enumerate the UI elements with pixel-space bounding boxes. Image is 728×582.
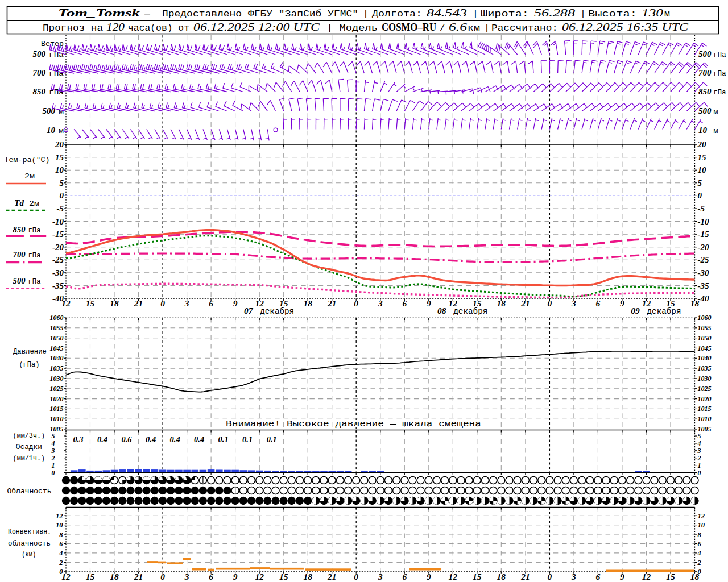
svg-text:Рассчитано:: Рассчитано:	[491, 23, 558, 34]
svg-text:10: 10	[47, 126, 56, 135]
svg-text:3: 3	[51, 447, 55, 455]
svg-text:0: 0	[548, 572, 552, 581]
svg-text:1050: 1050	[698, 334, 712, 342]
svg-text:0.1: 0.1	[267, 435, 277, 444]
svg-text:10: 10	[55, 165, 64, 174]
svg-text:4: 4	[697, 439, 701, 447]
svg-text:9: 9	[427, 298, 431, 308]
svg-text:4: 4	[51, 439, 55, 447]
svg-text:Прогноз на: Прогноз на	[43, 23, 103, 34]
svg-text:18: 18	[690, 572, 700, 581]
svg-text:120: 120	[106, 22, 125, 33]
svg-text:8: 8	[698, 531, 702, 539]
svg-text:18: 18	[110, 572, 119, 581]
svg-text:500: 500	[698, 106, 712, 115]
svg-text:Td: Td	[14, 198, 24, 207]
svg-text:-5: -5	[698, 204, 705, 213]
svg-text:9: 9	[233, 572, 238, 581]
svg-text:15: 15	[473, 572, 482, 581]
svg-text:-30: -30	[698, 268, 709, 277]
svg-text:1045: 1045	[50, 344, 64, 352]
svg-text:0: 0	[160, 298, 165, 308]
svg-text:1030: 1030	[50, 374, 64, 383]
svg-text:(гПа): (гПа)	[19, 360, 39, 369]
svg-text:-35: -35	[52, 281, 64, 290]
svg-text:1: 1	[52, 462, 55, 469]
svg-text:9: 9	[620, 572, 624, 581]
svg-text:-15: -15	[52, 230, 64, 239]
svg-text:10: 10	[698, 521, 705, 529]
svg-text:18: 18	[497, 572, 506, 581]
svg-text:-25: -25	[698, 255, 709, 264]
svg-text:18: 18	[690, 298, 700, 308]
svg-text:12: 12	[61, 572, 71, 581]
svg-text:0: 0	[354, 572, 358, 581]
svg-text:-5: -5	[57, 204, 64, 213]
svg-text:700: 700	[33, 68, 46, 77]
svg-text:850: 850	[33, 87, 46, 96]
svg-text:Высота:: Высота:	[588, 9, 637, 19]
svg-text:1020: 1020	[698, 394, 712, 403]
svg-text:18: 18	[110, 298, 119, 308]
svg-text:гПа: гПа	[714, 88, 726, 97]
svg-text:Ветер: Ветер	[41, 40, 64, 48]
svg-text:0: 0	[52, 469, 55, 477]
svg-text:08: 08	[437, 306, 446, 315]
svg-text:(мм/1ч.): (мм/1ч.)	[13, 454, 46, 463]
svg-text:3: 3	[378, 572, 383, 581]
svg-text:18: 18	[303, 298, 312, 308]
svg-text:2: 2	[51, 454, 55, 462]
svg-text:0: 0	[160, 572, 165, 581]
svg-text:3: 3	[571, 572, 576, 581]
svg-text:2м: 2м	[29, 199, 39, 208]
svg-text:15: 15	[86, 572, 95, 581]
svg-text:2: 2	[697, 454, 701, 462]
svg-text:850: 850	[698, 87, 712, 96]
svg-text:-25: -25	[52, 255, 64, 264]
svg-text:гПа: гПа	[714, 69, 726, 78]
svg-text:0: 0	[548, 298, 552, 308]
svg-text:15: 15	[698, 153, 707, 162]
svg-text:20: 20	[55, 140, 64, 149]
svg-text:6: 6	[402, 572, 407, 581]
svg-text:1045: 1045	[698, 344, 712, 352]
svg-text:700: 700	[13, 250, 26, 259]
svg-text:500: 500	[13, 276, 26, 285]
svg-text:5: 5	[52, 432, 55, 440]
svg-text:6: 6	[596, 298, 601, 308]
svg-text:20: 20	[697, 140, 707, 149]
svg-text:9: 9	[620, 298, 624, 308]
svg-text:12: 12	[255, 572, 264, 581]
svg-text:21: 21	[327, 572, 337, 581]
svg-text:1035: 1035	[698, 364, 712, 372]
svg-text:4: 4	[697, 549, 701, 557]
svg-text:0.4: 0.4	[170, 435, 180, 444]
svg-text:1: 1	[698, 462, 701, 469]
svg-text:21: 21	[520, 572, 530, 581]
svg-text:-20: -20	[52, 243, 64, 252]
svg-text:6: 6	[698, 540, 702, 548]
svg-text:1055: 1055	[50, 323, 64, 332]
svg-text:м: м	[664, 9, 670, 19]
svg-text:Давление: Давление	[13, 347, 47, 356]
svg-text:10: 10	[698, 126, 708, 135]
svg-text:| Модель: | Модель	[326, 23, 378, 34]
svg-text:15: 15	[55, 153, 64, 162]
svg-text:декабря: декабря	[453, 307, 487, 316]
svg-text:(км): (км)	[22, 550, 36, 559]
svg-text:-10: -10	[698, 217, 709, 226]
svg-text:0: 0	[354, 298, 358, 308]
svg-text:облачность: облачность	[8, 539, 51, 548]
svg-text:12: 12	[61, 298, 71, 308]
svg-text:21: 21	[134, 572, 143, 581]
svg-text:1050: 1050	[50, 334, 64, 342]
svg-text:-15: -15	[698, 230, 709, 239]
svg-text:6: 6	[402, 298, 407, 308]
svg-text:0.3: 0.3	[73, 435, 83, 444]
svg-text:1055: 1055	[698, 323, 712, 332]
svg-text:12: 12	[642, 572, 651, 581]
svg-text:м: м	[714, 127, 718, 135]
svg-text:130: 130	[642, 7, 663, 19]
svg-text:6.6: 6.6	[449, 22, 467, 33]
svg-text:Широта:: Широта:	[481, 9, 529, 19]
